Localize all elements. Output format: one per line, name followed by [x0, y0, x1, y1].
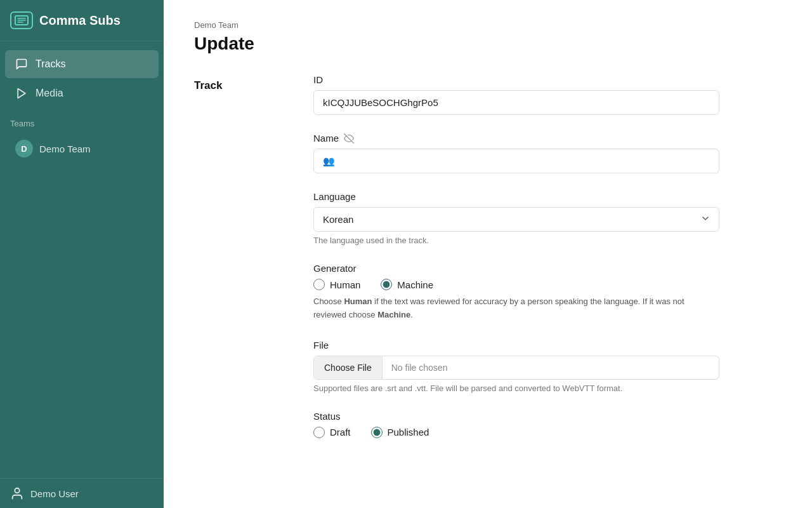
status-draft-radio[interactable]	[313, 427, 325, 438]
name-label: Name	[313, 133, 719, 144]
file-hint: Supported files are .srt and .vtt. File …	[313, 384, 719, 393]
generator-machine-option[interactable]: Machine	[381, 279, 433, 290]
file-no-chosen-label: No file chosen	[383, 356, 457, 379]
file-field-group: File Choose File No file chosen Supporte…	[313, 340, 719, 393]
breadcrumb: Demo Team	[194, 20, 782, 30]
svg-marker-4	[18, 89, 25, 98]
status-draft-option[interactable]: Draft	[313, 427, 351, 438]
generator-hint-human: Human	[344, 297, 372, 306]
generator-machine-radio[interactable]	[381, 279, 392, 290]
language-select[interactable]: Korean English Japanese Chinese Spanish …	[313, 207, 719, 232]
svg-point-5	[15, 488, 19, 493]
generator-human-radio[interactable]	[313, 279, 325, 290]
name-input[interactable]	[313, 149, 719, 173]
sidebar-nav: Tracks Media Teams D Demo Team	[0, 41, 164, 478]
media-label: Media	[36, 88, 63, 99]
page-title: Update	[194, 34, 782, 54]
file-label: File	[313, 340, 719, 351]
teams-section-label: Teams	[0, 109, 164, 132]
language-label: Language	[313, 191, 719, 202]
status-published-label: Published	[388, 427, 429, 438]
language-select-wrapper: Korean English Japanese Chinese Spanish …	[313, 207, 719, 232]
status-published-option[interactable]: Published	[371, 427, 429, 438]
sidebar-item-demo-team[interactable]: D Demo Team	[5, 133, 159, 164]
sidebar: Comma Subs Tracks Media Teams D Demo Tea…	[0, 0, 164, 508]
user-name: Demo User	[30, 488, 79, 499]
app-logo[interactable]: Comma Subs	[0, 0, 164, 41]
generator-field-group: Generator Human Machine Choose Human if …	[313, 263, 719, 322]
form-layout: Track ID Name	[194, 74, 782, 456]
sidebar-item-tracks[interactable]: Tracks	[5, 50, 159, 78]
generator-hint: Choose Human if the text was reviewed fo…	[313, 295, 719, 322]
team-avatar: D	[15, 140, 33, 157]
id-input[interactable]	[313, 90, 719, 115]
generator-radio-group: Human Machine	[313, 279, 719, 290]
team-name: Demo Team	[39, 144, 91, 154]
main-content: Demo Team Update Track ID Name	[164, 0, 812, 508]
language-field-group: Language Korean English Japanese Chinese…	[313, 191, 719, 245]
generator-machine-label: Machine	[397, 279, 433, 290]
choose-file-button[interactable]: Choose File	[314, 356, 383, 379]
logo-icon	[10, 11, 33, 29]
id-label: ID	[313, 74, 719, 85]
app-name: Comma Subs	[39, 13, 121, 28]
section-label: Track	[194, 74, 283, 92]
sidebar-item-media[interactable]: Media	[5, 79, 159, 107]
tracks-label: Tracks	[36, 58, 65, 70]
generator-hint-machine: Machine	[377, 310, 410, 319]
status-published-radio[interactable]	[371, 427, 383, 438]
eye-off-icon	[344, 133, 354, 144]
generator-human-option[interactable]: Human	[313, 279, 360, 290]
status-draft-label: Draft	[330, 427, 351, 438]
file-input-wrapper: Choose File No file chosen	[313, 356, 719, 380]
generator-label: Generator	[313, 263, 719, 274]
user-menu[interactable]: Demo User	[0, 478, 164, 508]
language-hint: The language used in the track.	[313, 236, 719, 245]
status-label: Status	[313, 411, 719, 422]
id-field-group: ID	[313, 74, 719, 115]
name-field-group: Name	[313, 133, 719, 173]
status-radio-group: Draft Published	[313, 427, 719, 438]
status-field-group: Status Draft Published	[313, 411, 719, 438]
generator-human-label: Human	[330, 279, 360, 290]
form-fields: ID Name Language	[313, 74, 719, 456]
